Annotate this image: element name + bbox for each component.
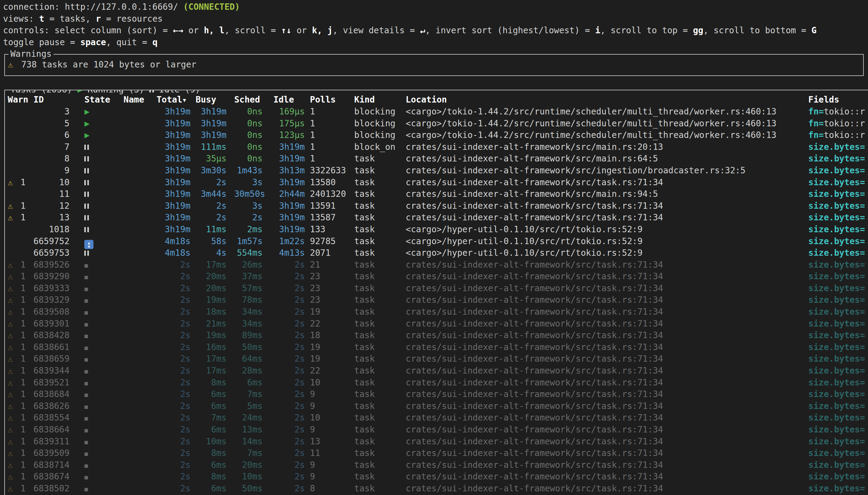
- task-row[interactable]: ⚠1123h19m2s3s3h19m13591taskcrates/sui-in…: [5, 200, 868, 212]
- task-row[interactable]: ⚠16839333■2s20ms57ms2s23taskcrates/sui-i…: [5, 283, 868, 294]
- warn-count: 1: [20, 341, 26, 353]
- task-row[interactable]: ⚠16838664■2s6ms13ms2s9taskcrates/sui-ind…: [5, 424, 868, 436]
- cell-sched: 10ms: [234, 471, 263, 483]
- cell-id: 1018: [34, 224, 70, 236]
- cell-id: 6839333: [34, 283, 70, 294]
- cell-polls: 1: [310, 153, 351, 165]
- cell-id: 6659752: [34, 236, 70, 248]
- warn-count: 1: [20, 389, 26, 400]
- cell-polls: 22: [310, 365, 351, 377]
- warning-icon: ⚠: [7, 412, 18, 424]
- warning-icon: ⚠: [7, 329, 18, 341]
- column-header-kind[interactable]: Kind: [354, 94, 403, 106]
- cell-state: [84, 141, 115, 153]
- cell-name: [124, 341, 154, 353]
- task-row[interactable]: ⚠16838502■2s6ms50ms2s8taskcrates/sui-ind…: [5, 483, 868, 495]
- cell-name: [124, 200, 154, 212]
- cell-total: 2s: [156, 483, 190, 495]
- text-segment: Tasks (2056): [11, 90, 77, 96]
- cell-fields: size.bytes=: [808, 471, 868, 483]
- cell-sched: 0ns: [234, 153, 263, 165]
- column-header-state[interactable]: State: [84, 94, 115, 106]
- cell-kind: task: [354, 353, 403, 365]
- task-row[interactable]: ⚠16838714■2s6ms20ms2s9taskcrates/sui-ind…: [5, 459, 868, 471]
- field-key: size.bytes=: [808, 448, 865, 458]
- task-row[interactable]: 73h19m111ms0ns3h19m1block_oncrates/sui-i…: [5, 141, 868, 153]
- cell-warn: [7, 130, 32, 141]
- task-row[interactable]: 83h19m35µs0ns3h19m1taskcrates/sui-indexe…: [5, 153, 868, 165]
- cell-location: <cargo>/hyper-util-0.1.10/src/rt/tokio.r…: [405, 224, 807, 236]
- task-row[interactable]: 5▶3h19m3h19m0ns175µs1blocking<cargo>/tok…: [5, 118, 868, 130]
- task-row[interactable]: ⚠16839509■2s8ms7ms2s11taskcrates/sui-ind…: [5, 447, 868, 459]
- task-row[interactable]: 10183h19m11ms2ms3h19m133task<cargo>/hype…: [5, 224, 868, 236]
- task-row[interactable]: ⚠16839329■2s19ms78ms2s23taskcrates/sui-i…: [5, 294, 868, 306]
- task-row[interactable]: 113h19m3m44s30m50s2h44m2401320taskcrates…: [5, 188, 868, 200]
- task-row[interactable]: ⚠16839521■2s8ms6ms2s10taskcrates/sui-ind…: [5, 377, 868, 389]
- task-row[interactable]: ⚠16838659■2s17ms64ms2s19taskcrates/sui-i…: [5, 353, 868, 365]
- task-row[interactable]: 3▶3h19m3h19m0ns169µs1blocking<cargo>/tok…: [5, 106, 868, 118]
- cell-id: 13: [34, 212, 70, 224]
- cell-sched: 50ms: [234, 341, 263, 353]
- task-row[interactable]: ⚠16838674■2s8ms10ms2s9taskcrates/sui-ind…: [5, 471, 868, 483]
- column-header-id[interactable]: ID: [34, 94, 70, 106]
- task-row[interactable]: ⚠16838626■2s6ms5ms2s9taskcrates/sui-inde…: [5, 400, 868, 412]
- cell-location: crates/sui-indexer-alt-framework/src/tas…: [405, 341, 807, 353]
- cell-idle: 2s: [273, 306, 305, 318]
- cell-sched: 78ms: [234, 294, 263, 306]
- column-header-warn[interactable]: Warn: [7, 94, 32, 106]
- cell-fields: size.bytes=: [808, 329, 868, 341]
- task-row[interactable]: 66597534m18s4s554ms4m13s2071task<cargo>/…: [5, 247, 868, 259]
- task-row[interactable]: ⚠1133h19m2s2s3h19m13587taskcrates/sui-in…: [5, 212, 868, 224]
- cell-sched: 5ms: [234, 400, 263, 412]
- cell-idle: 2s: [273, 412, 305, 424]
- task-row[interactable]: ⚠16839311■2s10ms14ms2s13taskcrates/sui-i…: [5, 436, 868, 448]
- column-header-location[interactable]: Location: [405, 94, 807, 106]
- pause-icon: [84, 212, 89, 224]
- cell-polls: 9: [310, 459, 351, 471]
- cell-sched: 0ns: [234, 141, 263, 153]
- task-row[interactable]: ⚠16838428■2s19ms89ms2s18taskcrates/sui-i…: [5, 329, 868, 341]
- task-row[interactable]: 6659752▲▲4m18s58s1m57s1m22s92785task<car…: [5, 236, 868, 248]
- stop-icon: ■: [84, 259, 88, 271]
- cell-fields: size.bytes=: [808, 365, 868, 377]
- task-row[interactable]: ⚠16839301■2s21ms34ms2s22taskcrates/sui-i…: [5, 318, 868, 330]
- task-row[interactable]: 6▶3h19m3h19m0ns123µs1blocking<cargo>/tok…: [5, 130, 868, 141]
- cell-id: 6839344: [34, 365, 70, 377]
- cell-sched: 7ms: [234, 389, 263, 400]
- cell-name: [124, 106, 154, 118]
- cell-idle: 123µs: [273, 130, 305, 141]
- cell-kind: task: [354, 424, 403, 436]
- pause-icon: [84, 165, 89, 177]
- text-segment: = tasks,: [44, 14, 96, 24]
- task-row[interactable]: 93h19m3m30s1m43s3h13m3322633taskcrates/s…: [5, 165, 868, 177]
- column-header-name[interactable]: Name: [124, 94, 154, 106]
- warn-count: 1: [20, 294, 26, 306]
- task-row[interactable]: ⚠16839290■2s20ms37ms2s23taskcrates/sui-i…: [5, 271, 868, 283]
- task-row[interactable]: ⚠16838554■2s7ms24ms2s10taskcrates/sui-in…: [5, 412, 868, 424]
- warning-icon: ⚠: [7, 283, 18, 294]
- column-header-polls[interactable]: Polls: [310, 94, 351, 106]
- column-header-fields[interactable]: Fields: [808, 94, 868, 106]
- task-row[interactable]: ⚠16838684■2s6ms7ms2s9taskcrates/sui-inde…: [5, 389, 868, 400]
- cell-fields: size.bytes=: [808, 294, 868, 306]
- cell-busy: 10ms: [196, 436, 227, 448]
- task-row[interactable]: ⚠16839344■2s17ms28ms2s22taskcrates/sui-i…: [5, 365, 868, 377]
- stop-icon: ■: [84, 271, 88, 283]
- cell-warn: [7, 153, 32, 165]
- column-header-sched[interactable]: Sched: [234, 94, 263, 106]
- column-header-idle[interactable]: Idle: [273, 94, 305, 106]
- task-row[interactable]: ⚠16839526■2s17ms26ms2s21taskcrates/sui-i…: [5, 259, 868, 271]
- task-row[interactable]: ⚠16838661■2s16ms50ms2s19taskcrates/sui-i…: [5, 341, 868, 353]
- column-header-total[interactable]: Total▼: [156, 94, 190, 106]
- cell-total: 3h19m: [156, 141, 190, 153]
- task-row[interactable]: ⚠1103h19m2s3s3h19m13580taskcrates/sui-in…: [5, 177, 868, 189]
- cell-name: [124, 247, 154, 259]
- column-header-busy[interactable]: Busy: [196, 94, 227, 106]
- cell-location: <cargo>/tokio-1.44.2/src/runtime/schedul…: [405, 118, 807, 130]
- cell-id: 6838661: [34, 341, 70, 353]
- cell-busy: 2s: [196, 200, 227, 212]
- cell-kind: block_on: [354, 141, 403, 153]
- cell-sched: 20ms: [234, 459, 263, 471]
- task-row[interactable]: ⚠16839508■2s18ms34ms2s19taskcrates/sui-i…: [5, 306, 868, 318]
- cell-idle: 3h19m: [273, 200, 305, 212]
